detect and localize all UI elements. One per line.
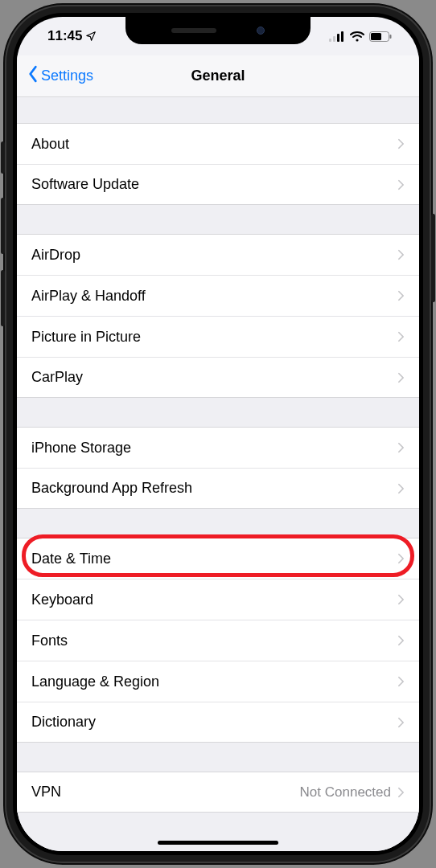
- chevron-right-icon: [397, 483, 405, 494]
- svg-rect-6: [371, 33, 381, 40]
- chevron-right-icon: [397, 635, 405, 646]
- svg-rect-7: [390, 35, 392, 39]
- settings-group: AboutSoftware Update: [17, 123, 419, 205]
- chevron-right-icon: [397, 553, 405, 564]
- row-label: iPhone Storage: [31, 440, 397, 457]
- home-indicator[interactable]: [158, 841, 278, 845]
- row-bg-refresh[interactable]: Background App Refresh: [17, 468, 419, 509]
- location-icon: [85, 31, 97, 42]
- row-detail: Not Connected: [300, 784, 391, 800]
- row-pip[interactable]: Picture in Picture: [17, 316, 419, 357]
- phone-frame: 11:45: [5, 5, 431, 863]
- screen: 11:45: [17, 17, 419, 851]
- row-label: AirPlay & Handoff: [31, 288, 397, 305]
- row-airplay[interactable]: AirPlay & Handoff: [17, 275, 419, 316]
- row-label: CarPlay: [31, 369, 397, 386]
- wifi-icon: [350, 31, 364, 42]
- row-carplay[interactable]: CarPlay: [17, 357, 419, 398]
- chevron-right-icon: [397, 138, 405, 149]
- row-fonts[interactable]: Fonts: [17, 620, 419, 661]
- back-label: Settings: [41, 68, 93, 84]
- nav-bar: Settings General: [17, 55, 419, 97]
- row-label: Software Update: [31, 176, 397, 193]
- settings-list: AboutSoftware UpdateAirDropAirPlay & Han…: [17, 97, 419, 851]
- chevron-right-icon: [397, 372, 405, 383]
- row-label: Date & Time: [31, 551, 397, 567]
- chevron-right-icon: [397, 594, 405, 605]
- settings-group: Date & TimeKeyboardFontsLanguage & Regio…: [17, 538, 419, 743]
- row-label: AirDrop: [31, 247, 397, 264]
- row-software-update[interactable]: Software Update: [17, 164, 419, 205]
- status-time: 11:45: [47, 28, 82, 44]
- row-label: Keyboard: [31, 592, 397, 608]
- row-label: Fonts: [31, 633, 397, 649]
- row-label: Dictionary: [31, 714, 397, 731]
- chevron-right-icon: [397, 179, 405, 190]
- chevron-right-icon: [397, 442, 405, 453]
- row-label: Language & Region: [31, 674, 397, 690]
- svg-point-4: [356, 39, 358, 41]
- row-label: VPN: [31, 784, 300, 800]
- row-iphone-storage[interactable]: iPhone Storage: [17, 427, 419, 468]
- svg-rect-2: [337, 34, 339, 42]
- row-label: Picture in Picture: [31, 329, 397, 346]
- cellular-icon: [329, 31, 345, 42]
- row-about[interactable]: About: [17, 123, 419, 164]
- chevron-right-icon: [397, 717, 405, 728]
- settings-group: VPNNot Connected: [17, 772, 419, 813]
- svg-rect-0: [329, 39, 331, 42]
- settings-group: AirDropAirPlay & HandoffPicture in Pictu…: [17, 234, 419, 398]
- row-date-time[interactable]: Date & Time: [17, 538, 419, 579]
- back-button[interactable]: Settings: [27, 65, 93, 87]
- row-label: Background App Refresh: [31, 480, 397, 497]
- chevron-right-icon: [397, 290, 405, 301]
- chevron-left-icon: [27, 65, 39, 87]
- row-vpn[interactable]: VPNNot Connected: [17, 772, 419, 813]
- chevron-right-icon: [397, 331, 405, 342]
- chevron-right-icon: [397, 787, 405, 798]
- row-label: About: [31, 136, 397, 153]
- row-keyboard[interactable]: Keyboard: [17, 579, 419, 620]
- svg-rect-3: [341, 31, 343, 42]
- row-dictionary[interactable]: Dictionary: [17, 702, 419, 743]
- settings-group: iPhone StorageBackground App Refresh: [17, 427, 419, 509]
- row-lang-region[interactable]: Language & Region: [17, 661, 419, 702]
- chevron-right-icon: [397, 249, 405, 260]
- row-airdrop[interactable]: AirDrop: [17, 234, 419, 275]
- battery-icon: [369, 31, 392, 42]
- notch: [125, 17, 311, 44]
- chevron-right-icon: [397, 676, 405, 687]
- svg-rect-1: [333, 36, 335, 42]
